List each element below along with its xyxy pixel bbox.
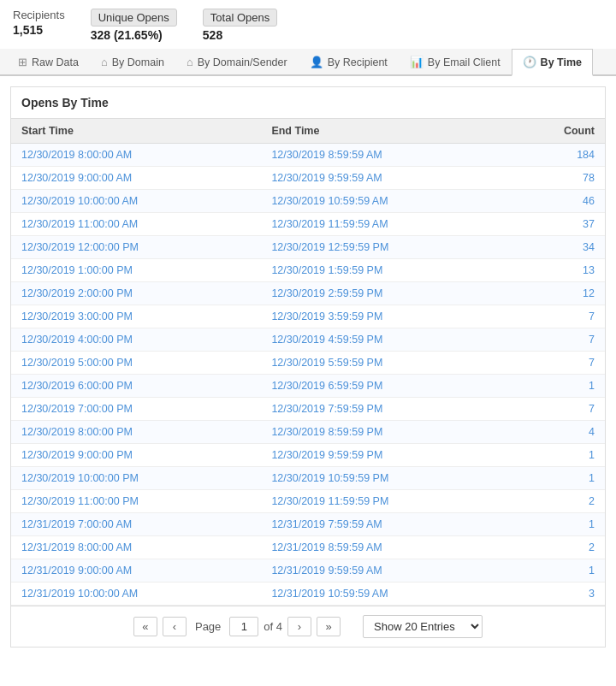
cell-start-time: 12/30/2019 8:00:00 AM [11, 144, 261, 167]
table-row: 12/31/2019 9:00:00 AM12/31/2019 9:59:59 … [11, 559, 605, 583]
cell-count: 7 [512, 328, 605, 352]
cell-start-time: 12/30/2019 3:00:00 PM [11, 305, 261, 328]
unique-opens-value: 328 (21.65%) [91, 28, 177, 42]
pagination: « ‹ Page of 4 › » Show 10 Entries Show 2… [11, 606, 605, 647]
cell-count: 1 [512, 559, 605, 583]
tab-by-recipient-label: By Recipient [328, 56, 388, 68]
cell-count: 1 [512, 467, 605, 490]
cell-count: 4 [512, 421, 605, 444]
table-row: 12/30/2019 2:00:00 PM12/30/2019 2:59:59 … [11, 282, 605, 305]
table-row: 12/30/2019 9:00:00 PM12/30/2019 9:59:59 … [11, 444, 605, 467]
table-row: 12/30/2019 6:00:00 PM12/30/2019 6:59:59 … [11, 375, 605, 398]
table-row: 12/30/2019 5:00:00 PM12/30/2019 5:59:59 … [11, 352, 605, 375]
tab-by-time[interactable]: 🕐 By Time [512, 49, 593, 76]
by-email-client-icon: 📊 [410, 56, 424, 68]
cell-start-time: 12/30/2019 10:00:00 AM [11, 190, 261, 213]
recipients-value: 1,515 [13, 23, 65, 37]
cell-end-time: 12/30/2019 3:59:59 PM [261, 305, 511, 328]
table-row: 12/31/2019 8:00:00 AM12/31/2019 8:59:59 … [11, 536, 605, 559]
tab-raw-data[interactable]: ⊞ Raw Data [7, 49, 90, 74]
table-row: 12/30/2019 10:00:00 AM12/30/2019 10:59:5… [11, 190, 605, 213]
cell-end-time: 12/31/2019 8:59:59 AM [261, 536, 511, 559]
total-opens-value: 528 [203, 28, 277, 42]
table-row: 12/30/2019 11:00:00 PM12/30/2019 11:59:5… [11, 490, 605, 513]
table-row: 12/30/2019 8:00:00 AM12/30/2019 8:59:59 … [11, 144, 605, 167]
cell-start-time: 12/30/2019 10:00:00 PM [11, 467, 261, 490]
cell-end-time: 12/30/2019 7:59:59 PM [261, 398, 511, 421]
tab-by-domain-label: By Domain [112, 56, 164, 68]
cell-start-time: 12/30/2019 6:00:00 PM [11, 375, 261, 398]
tab-by-domain-sender[interactable]: ⌂ By Domain/Sender [175, 49, 299, 74]
cell-start-time: 12/30/2019 9:00:00 AM [11, 167, 261, 190]
cell-count: 37 [512, 213, 605, 236]
table-row: 12/30/2019 1:00:00 PM12/30/2019 1:59:59 … [11, 259, 605, 282]
tab-by-recipient[interactable]: 👤 By Recipient [299, 49, 399, 74]
next-page-button[interactable]: › [287, 617, 311, 636]
total-opens-stat: Total Opens 528 [203, 9, 277, 42]
cell-end-time: 12/30/2019 12:59:59 PM [261, 236, 511, 259]
table-header-row: Start Time End Time Count [11, 119, 605, 144]
cell-start-time: 12/31/2019 7:00:00 AM [11, 513, 261, 536]
by-domain-icon: ⌂ [101, 56, 108, 68]
cell-start-time: 12/30/2019 11:00:00 PM [11, 490, 261, 513]
cell-count: 78 [512, 167, 605, 190]
unique-opens-stat: Unique Opens 328 (21.65%) [91, 9, 177, 42]
cell-end-time: 12/30/2019 8:59:59 PM [261, 421, 511, 444]
table-row: 12/30/2019 9:00:00 AM12/30/2019 9:59:59 … [11, 167, 605, 190]
page-input[interactable] [229, 617, 258, 636]
table-row: 12/30/2019 3:00:00 PM12/30/2019 3:59:59 … [11, 305, 605, 328]
cell-count: 7 [512, 352, 605, 375]
by-time-icon: 🕐 [523, 56, 536, 68]
cell-count: 2 [512, 490, 605, 513]
cell-start-time: 12/30/2019 11:00:00 AM [11, 213, 261, 236]
cell-count: 2 [512, 536, 605, 559]
cell-end-time: 12/30/2019 11:59:59 AM [261, 213, 511, 236]
cell-start-time: 12/30/2019 9:00:00 PM [11, 444, 261, 467]
unique-opens-label[interactable]: Unique Opens [91, 9, 177, 27]
cell-end-time: 12/30/2019 9:59:59 AM [261, 167, 511, 190]
cell-start-time: 12/30/2019 5:00:00 PM [11, 352, 261, 375]
tab-bar: ⊞ Raw Data ⌂ By Domain ⌂ By Domain/Sende… [0, 49, 616, 76]
tab-by-email-client[interactable]: 📊 By Email Client [399, 49, 512, 74]
cell-count: 3 [512, 583, 605, 606]
table-row: 12/30/2019 12:00:00 PM12/30/2019 12:59:5… [11, 236, 605, 259]
cell-end-time: 12/30/2019 6:59:59 PM [261, 375, 511, 398]
cell-count: 7 [512, 305, 605, 328]
total-opens-label[interactable]: Total Opens [203, 9, 277, 27]
cell-end-time: 12/31/2019 7:59:59 AM [261, 513, 511, 536]
cell-end-time: 12/31/2019 9:59:59 AM [261, 559, 511, 583]
tab-by-time-label: By Time [541, 56, 582, 68]
prev-page-button[interactable]: ‹ [163, 617, 187, 636]
cell-count: 12 [512, 282, 605, 305]
stats-row: Recipients 1,515 Unique Opens 328 (21.65… [0, 0, 616, 49]
cell-start-time: 12/30/2019 4:00:00 PM [11, 328, 261, 352]
last-page-button[interactable]: » [317, 617, 341, 636]
col-start-time: Start Time [11, 119, 261, 144]
table-row: 12/31/2019 10:00:00 AM12/31/2019 10:59:5… [11, 583, 605, 606]
cell-start-time: 12/31/2019 8:00:00 AM [11, 536, 261, 559]
cell-count: 34 [512, 236, 605, 259]
tab-by-domain-sender-label: By Domain/Sender [198, 56, 287, 68]
cell-count: 7 [512, 398, 605, 421]
cell-end-time: 12/30/2019 5:59:59 PM [261, 352, 511, 375]
cell-start-time: 12/30/2019 2:00:00 PM [11, 282, 261, 305]
col-end-time: End Time [261, 119, 511, 144]
cell-end-time: 12/30/2019 10:59:59 PM [261, 467, 511, 490]
cell-count: 1 [512, 375, 605, 398]
tab-raw-data-label: Raw Data [32, 56, 79, 68]
opens-table: Start Time End Time Count 12/30/2019 8:0… [11, 119, 605, 606]
table-row: 12/30/2019 8:00:00 PM12/30/2019 8:59:59 … [11, 421, 605, 444]
cell-count: 184 [512, 144, 605, 167]
cell-end-time: 12/30/2019 9:59:59 PM [261, 444, 511, 467]
cell-count: 46 [512, 190, 605, 213]
tab-by-email-client-label: By Email Client [428, 56, 500, 68]
tab-by-domain[interactable]: ⌂ By Domain [90, 49, 175, 74]
cell-end-time: 12/30/2019 2:59:59 PM [261, 282, 511, 305]
cell-start-time: 12/31/2019 9:00:00 AM [11, 559, 261, 583]
of-label: of 4 [264, 620, 282, 633]
first-page-button[interactable]: « [133, 617, 157, 636]
opens-by-time-container: Opens By Time Start Time End Time Count … [10, 86, 606, 648]
entries-select[interactable]: Show 10 Entries Show 20 Entries Show 50 … [363, 615, 483, 638]
by-recipient-icon: 👤 [310, 56, 323, 68]
cell-start-time: 12/30/2019 8:00:00 PM [11, 421, 261, 444]
